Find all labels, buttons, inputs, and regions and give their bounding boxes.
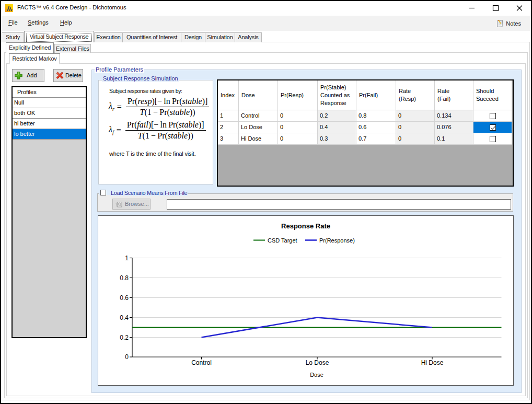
svg-text:0.4: 0.4	[120, 314, 129, 321]
svg-text:Dose: Dose	[310, 372, 323, 378]
svg-text:1: 1	[125, 255, 129, 262]
svg-text:Hi Dose: Hi Dose	[421, 359, 444, 366]
svg-text:CSD Target: CSD Target	[268, 237, 297, 244]
svg-text:0.2: 0.2	[120, 334, 129, 341]
svg-text:0.8: 0.8	[120, 274, 129, 282]
svg-text:0.6: 0.6	[120, 294, 129, 302]
svg-text:Lo Dose: Lo Dose	[306, 359, 329, 366]
svg-text:Pr(Response): Pr(Response)	[319, 237, 355, 244]
svg-text:0: 0	[125, 353, 129, 361]
svg-text:Control: Control	[191, 359, 212, 366]
